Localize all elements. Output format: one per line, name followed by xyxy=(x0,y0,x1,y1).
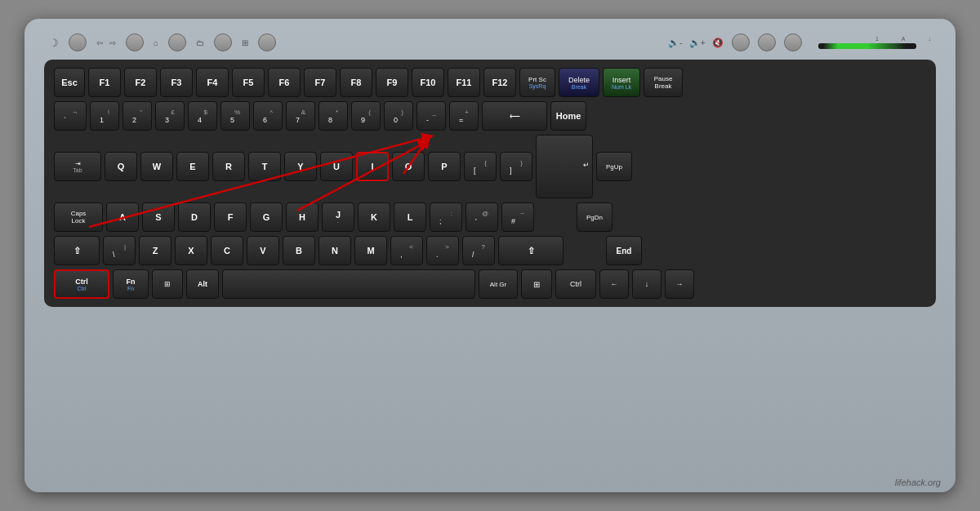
top-bar: ☽ ⇦ ⇨ ⌂ 🗀 ⊞ 🔉- 🔊+ 🔇 xyxy=(44,33,936,51)
key-g[interactable]: G xyxy=(250,202,283,232)
key-f11[interactable]: F11 xyxy=(448,68,480,97)
key-rbracket[interactable]: }] xyxy=(500,152,532,181)
key-alt[interactable]: Alt xyxy=(186,269,219,299)
key-4[interactable]: $4 xyxy=(188,101,217,131)
key-delete[interactable]: Delete Break xyxy=(559,68,599,97)
key-minus[interactable]: _- xyxy=(416,101,446,131)
key-down[interactable]: ↓ xyxy=(632,269,662,299)
key-backspace[interactable]: ⟵ xyxy=(482,101,547,131)
key-9[interactable]: (9 xyxy=(351,101,381,131)
key-0[interactable]: )0 xyxy=(384,101,413,131)
key-quote[interactable]: @' xyxy=(466,202,498,232)
key-w[interactable]: W xyxy=(140,152,173,181)
key-esc[interactable]: Esc xyxy=(54,68,85,97)
key-space[interactable] xyxy=(222,269,475,299)
key-f2[interactable]: F2 xyxy=(124,68,157,97)
key-6[interactable]: ^6 xyxy=(253,101,283,131)
key-f4[interactable]: F4 xyxy=(196,68,229,97)
key-l[interactable]: L xyxy=(394,202,426,232)
key-home[interactable]: Home xyxy=(550,101,586,131)
key-v[interactable]: V xyxy=(247,236,279,265)
key-f8[interactable]: F8 xyxy=(340,68,372,97)
key-enter[interactable]: ↵ xyxy=(536,135,593,198)
key-f6[interactable]: F6 xyxy=(268,68,301,97)
key-rshift[interactable]: ⇧ xyxy=(498,236,564,265)
key-3[interactable]: £3 xyxy=(155,101,185,131)
key-backslash[interactable]: |\ xyxy=(103,236,136,265)
key-fn[interactable]: Fn Fn xyxy=(113,269,149,299)
media-icons-4: ⊞ xyxy=(242,38,248,47)
key-f5[interactable]: F5 xyxy=(232,68,265,97)
key-1[interactable]: !1 xyxy=(90,101,119,131)
circle-btn-1[interactable] xyxy=(69,33,87,51)
key-equals[interactable]: += xyxy=(449,101,479,131)
key-d[interactable]: D xyxy=(178,202,211,232)
key-hash[interactable]: ~# xyxy=(501,202,534,232)
key-u[interactable]: U xyxy=(320,152,353,181)
key-i[interactable]: I xyxy=(356,152,389,181)
circle-btn-3[interactable] xyxy=(168,33,186,51)
key-f3[interactable]: F3 xyxy=(160,68,193,97)
key-m[interactable]: M xyxy=(354,236,387,265)
key-c[interactable]: C xyxy=(211,236,243,265)
key-right[interactable]: → xyxy=(665,269,694,299)
key-7[interactable]: &7 xyxy=(286,101,315,131)
key-z[interactable]: Z xyxy=(139,236,172,265)
key-a[interactable]: A xyxy=(106,202,139,232)
circle-btn-6[interactable] xyxy=(732,33,750,51)
key-f1[interactable]: F1 xyxy=(88,68,121,97)
key-comma[interactable]: <, xyxy=(390,236,423,265)
key-y[interactable]: Y xyxy=(284,152,317,181)
forward-icon: ⇨ xyxy=(109,38,116,47)
key-r[interactable]: R xyxy=(212,152,245,181)
key-j[interactable]: J · xyxy=(322,202,354,232)
key-caps-lock[interactable]: CapsLock xyxy=(54,202,103,232)
circle-btn-4[interactable] xyxy=(214,33,232,51)
key-n[interactable]: N xyxy=(318,236,351,265)
key-t[interactable]: T xyxy=(248,152,281,181)
key-8[interactable]: *8 xyxy=(318,101,348,131)
key-k[interactable]: K xyxy=(358,202,390,232)
key-o[interactable]: O xyxy=(392,152,425,181)
key-pgup[interactable]: PgUp xyxy=(596,152,632,181)
key-win-left[interactable]: ⊞ xyxy=(152,269,183,299)
key-2[interactable]: "2 xyxy=(122,101,152,131)
key-e[interactable]: E xyxy=(176,152,209,181)
key-prtsc[interactable]: Prt Sc SysRq xyxy=(519,68,555,97)
circle-btn-7[interactable] xyxy=(758,33,776,51)
key-lshift[interactable]: ⇧ xyxy=(54,236,100,265)
key-f10[interactable]: F10 xyxy=(412,68,444,97)
key-slash[interactable]: ?/ xyxy=(462,236,495,265)
home-icon: ⌂ xyxy=(154,38,158,47)
circle-btn-2[interactable] xyxy=(126,33,144,51)
key-backtick[interactable]: ¬` xyxy=(54,101,87,131)
key-x[interactable]: X xyxy=(175,236,207,265)
media-icons: ⇦ ⇨ xyxy=(96,38,116,47)
key-pgdn[interactable]: PgDn xyxy=(577,202,612,232)
key-period[interactable]: >. xyxy=(426,236,459,265)
key-insert[interactable]: Insert Num Lk xyxy=(603,68,640,97)
key-f9[interactable]: F9 xyxy=(376,68,408,97)
key-p[interactable]: P xyxy=(428,152,461,181)
key-f12[interactable]: F12 xyxy=(483,68,516,97)
key-q[interactable]: Q xyxy=(105,152,137,181)
key-pause[interactable]: PauseBreak xyxy=(644,68,683,97)
key-h[interactable]: H xyxy=(286,202,318,232)
key-s[interactable]: S xyxy=(142,202,175,232)
key-lctrl[interactable]: Ctrl Ctrl xyxy=(54,269,109,299)
key-altgr[interactable]: Alt Gr xyxy=(479,269,518,299)
key-tab[interactable]: ⇥ Tab xyxy=(54,152,101,181)
key-f7[interactable]: F7 xyxy=(304,68,336,97)
key-rctrl[interactable]: Ctrl xyxy=(555,269,596,299)
circle-btn-5[interactable] xyxy=(258,33,276,51)
key-menu[interactable]: ⊞ xyxy=(521,269,552,299)
key-b[interactable]: B xyxy=(283,236,315,265)
key-f[interactable]: F xyxy=(214,202,247,232)
key-lbracket[interactable]: {[ xyxy=(464,152,497,181)
key-left[interactable]: ← xyxy=(599,269,629,299)
circle-btn-8[interactable] xyxy=(784,33,802,51)
key-5[interactable]: %5 xyxy=(220,101,250,131)
key-end[interactable]: End xyxy=(606,236,642,265)
key-semicolon[interactable]: :; xyxy=(430,202,462,232)
qwerty-row: ⇥ Tab Q W E R T Y U I O P {[ }] ↵ PgUp xyxy=(54,135,926,198)
